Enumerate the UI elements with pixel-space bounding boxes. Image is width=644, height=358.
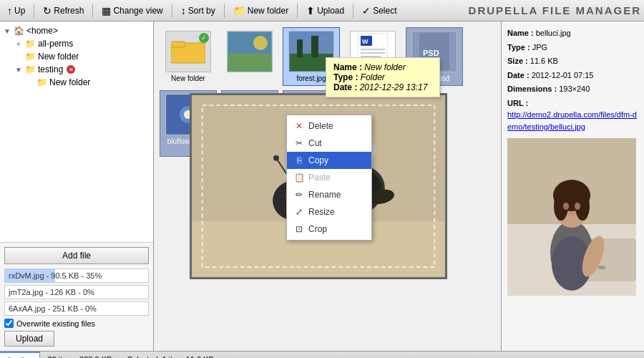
overwrite-label: Overwrite existing files <box>16 319 95 328</box>
ctx-paste-label: Paste <box>308 173 331 183</box>
tooltip-type-value: Folder <box>361 72 385 82</box>
separator <box>172 4 172 18</box>
file-thumb-new-folder: ✓ <box>165 31 211 72</box>
toolbar: ↑ Up ↻ Refresh ▦ Change view ↕ Sort by 📁… <box>0 0 644 21</box>
up-icon: ↑ <box>7 5 12 16</box>
tooltip-date-row: Date : 2012-12-29 13:17 <box>333 82 432 92</box>
separator <box>353 4 353 18</box>
tree-item-new-folder-label: New folder <box>38 52 79 62</box>
tooltip-name-row: Name : New folder <box>333 62 432 72</box>
status-bar: /testing 20 items 323.9 KB Selected: 1 i… <box>0 351 644 358</box>
status-tab-path[interactable]: /testing <box>0 352 40 358</box>
ctx-cut[interactable]: ✂ Cut <box>287 135 371 152</box>
folder-icon: 📁 <box>25 64 36 74</box>
ctx-delete-label: Delete <box>308 121 333 131</box>
status-selected: Selected: 1 item 11.6 KB <box>127 355 214 359</box>
app-title: DRUPELLA FILE MANAGER <box>469 4 641 16</box>
upload-button[interactable]: ⬆ Upload <box>302 4 348 18</box>
info-type-row: Type : JPG <box>507 42 638 54</box>
folder-icon: 📁 <box>25 39 36 49</box>
tree-item-home[interactable]: ▼ 🏠 <home> <box>3 24 150 37</box>
select-button[interactable]: ✓ Select <box>358 4 401 18</box>
preview-image-container <box>507 138 636 296</box>
svg-rect-7 <box>297 39 303 57</box>
file-item-new-folder[interactable]: ✓ New folder <box>160 27 217 86</box>
change-view-icon: ▦ <box>102 5 111 16</box>
ctx-copy[interactable]: ⎘ Copy <box>287 152 371 169</box>
file-item-new-folder-label: New folder <box>171 74 205 82</box>
main-layout: ▼ 🏠 <home> + 📁 all-perms 📁 New folder ▼ … <box>0 21 644 351</box>
add-file-button[interactable]: Add file <box>4 247 149 264</box>
folder-icon: 📁 <box>25 52 36 62</box>
ctx-cut-label: Cut <box>308 138 322 148</box>
sort-icon: ↕ <box>181 5 186 16</box>
cut-icon: ✂ <box>294 138 304 148</box>
new-folder-button[interactable]: 📁 New folder <box>229 4 293 18</box>
context-menu: ✕ Delete ✂ Cut ⎘ Copy 📋 Paste ✏ Rename ⤢ <box>286 115 372 241</box>
tree-item-home-label: <home> <box>26 26 58 36</box>
svg-point-55 <box>563 203 569 210</box>
tree-item-new-folder[interactable]: 📁 New folder <box>3 50 150 63</box>
upload-item-2: jmT2a.jpg - 126 KB - 0% <box>4 285 149 299</box>
ctx-delete[interactable]: ✕ Delete <box>287 117 371 135</box>
info-name-label: Name : <box>507 29 534 37</box>
testing-badge: ✕ <box>67 65 75 74</box>
tree-item-testing[interactable]: ▼ 📁 testing ✕ <box>3 63 150 76</box>
svg-point-38 <box>273 155 279 161</box>
info-dimensions-value: 193×240 <box>559 84 590 93</box>
resize-icon: ⤢ <box>294 207 304 217</box>
info-size-label: Size : <box>507 57 528 65</box>
separator <box>34 4 34 18</box>
copy-icon: ⎘ <box>294 155 304 165</box>
ctx-resize[interactable]: ⤢ Resize <box>287 203 371 221</box>
refresh-button[interactable]: ↻ Refresh <box>39 4 88 18</box>
upload-item-3-text: 6AxAA.jpg - 251 KB - 0% <box>9 304 97 313</box>
up-button[interactable]: ↑ Up <box>3 4 29 18</box>
new-folder-check-badge: ✓ <box>199 33 209 43</box>
info-url-link[interactable]: http://demo2.drupella.com/files/dfm-demo… <box>507 110 637 131</box>
svg-rect-1 <box>171 42 185 47</box>
sort-by-button[interactable]: ↕ Sort by <box>177 4 220 18</box>
file-tree: ▼ 🏠 <home> + 📁 all-perms 📁 New folder ▼ … <box>0 21 153 242</box>
separator <box>297 4 298 18</box>
change-view-button[interactable]: ▦ Change view <box>97 4 167 18</box>
upload-item-1: rxDvM.jpg - 90.5 KB - 35% <box>4 268 149 283</box>
upload-item-2-text: jmT2a.jpg - 126 KB - 0% <box>9 288 94 296</box>
tree-item-new-folder-child[interactable]: 📁 New folder <box>3 76 150 89</box>
tooltip-name-label: Name : <box>333 62 362 72</box>
delete-icon: ✕ <box>294 121 304 131</box>
tree-item-all-perms[interactable]: + 📁 all-perms <box>3 37 150 50</box>
info-name-row: Name : belluci.jpg <box>507 27 638 39</box>
folder-tooltip: Name : New folder Type : Folder Date : 2… <box>326 57 440 97</box>
folder-icon: 📁 <box>36 77 47 87</box>
ctx-rename[interactable]: ✏ Rename <box>287 186 371 203</box>
paste-icon: 📋 <box>294 173 304 183</box>
svg-point-4 <box>253 36 268 50</box>
svg-point-57 <box>568 211 575 216</box>
select-icon: ✓ <box>362 5 371 16</box>
tooltip-date-value: 2012-12-29 13:17 <box>360 82 428 92</box>
overwrite-checkbox[interactable] <box>4 319 14 328</box>
upload-icon: ⬆ <box>306 5 315 16</box>
ctx-crop[interactable]: ⊡ Crop <box>287 221 371 238</box>
svg-rect-59 <box>598 266 605 269</box>
info-url-row: URL : http://demo2.drupella.com/files/df… <box>507 97 638 133</box>
center-panel: ✓ New folder <box>154 21 501 351</box>
tree-expander: ▼ <box>14 66 23 74</box>
info-url-label: URL : <box>507 99 528 107</box>
svg-text:W: W <box>362 38 369 45</box>
info-date-value: 2012-12-01 07:15 <box>532 71 594 79</box>
tooltip-type-label: Type : <box>333 72 358 82</box>
info-date-row: Date : 2012-12-01 07:15 <box>507 69 638 82</box>
svg-rect-8 <box>311 36 318 57</box>
ctx-crop-label: Crop <box>308 224 327 234</box>
info-dimensions-row: Dimensions : 193×240 <box>507 83 638 95</box>
tooltip-type-row: Type : Folder <box>333 72 432 82</box>
left-panel: ▼ 🏠 <home> + 📁 all-perms 📁 New folder ▼ … <box>0 21 154 351</box>
file-item-folder2[interactable] <box>221 27 278 86</box>
info-type-label: Type : <box>507 43 530 52</box>
upload-action-button[interactable]: Upload <box>4 331 54 347</box>
ctx-paste[interactable]: 📋 Paste <box>287 169 371 186</box>
status-info: 20 items 323.9 KB Selected: 1 item 11.6 … <box>40 354 644 359</box>
file-item-forest-label: forest.jpg <box>296 74 326 82</box>
